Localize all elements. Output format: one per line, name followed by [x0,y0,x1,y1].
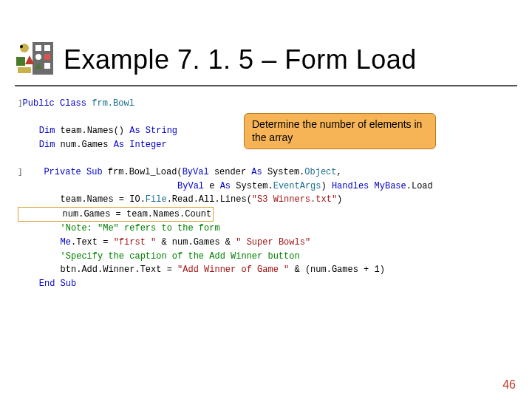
svg-point-3 [35,54,41,60]
svg-rect-9 [16,57,25,66]
code-line: 'Specify the caption of the Add Winner b… [18,250,517,264]
code-line: ] Private Sub frm.Bowl_Load(ByVal sender… [18,166,517,180]
code-line: team.Names = IO.File.Read.All.Lines("S3 … [18,193,517,207]
code-line: 'Note: "Me" refers to the form [18,222,517,236]
code-line-highlight: num.Games = team.Names.Count [18,207,517,222]
slide-title: Example 7. 1. 5 – Form Load [64,44,417,75]
svg-rect-4 [44,54,50,60]
code-block: Determine the number of elements in the … [15,94,517,290]
code-line [18,151,517,166]
slide-header: Example 7. 1. 5 – Form Load [15,41,517,86]
slide: Example 7. 1. 5 – Form Load Determine th… [0,0,532,399]
logo-icon [15,41,55,79]
code-line: End Sub [18,277,517,291]
page-number: 46 [502,378,516,392]
code-line: ]Public Class frm.Bowl [18,97,517,111]
svg-rect-6 [44,63,50,69]
svg-point-7 [20,44,29,52]
svg-rect-1 [35,45,41,51]
svg-point-8 [20,45,23,48]
code-line: ByVal e As System.EventArgs) Handles MyB… [18,180,517,194]
code-line: btn.Add.Winner.Text = "Add Winner of Gam… [18,263,517,277]
svg-rect-2 [44,45,50,51]
svg-rect-11 [18,67,31,73]
code-line: Me.Text = "first " & num.Games & " Super… [18,236,517,250]
callout-box: Determine the number of elements in the … [244,113,436,149]
